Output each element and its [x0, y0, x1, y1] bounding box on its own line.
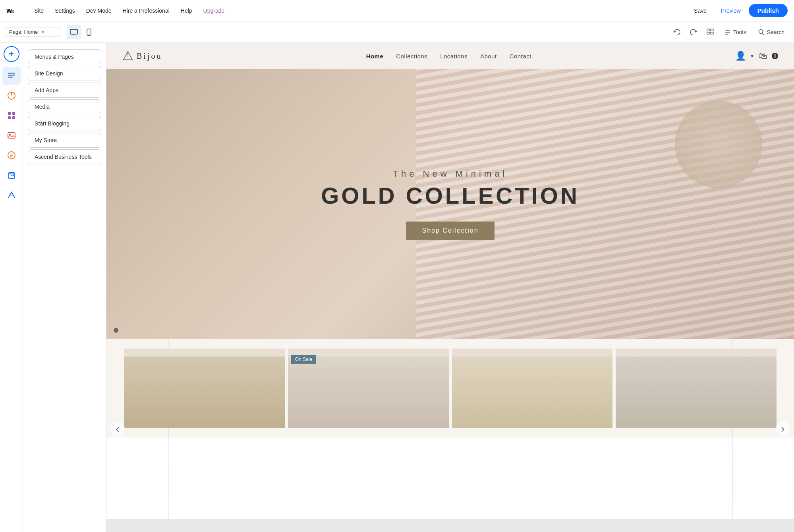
nav-help[interactable]: Help — [175, 0, 198, 21]
svg-line-15 — [762, 33, 764, 35]
svg-rect-2 — [70, 29, 77, 34]
wix-logo: W ix — [6, 3, 22, 19]
sidebar-icon-store[interactable] — [2, 166, 21, 184]
user-icon[interactable]: 👤 — [735, 51, 746, 61]
device-toggle — [67, 25, 96, 39]
svg-rect-10 — [711, 32, 713, 34]
product-strip: On Sale — [106, 339, 794, 438]
nav-contact[interactable]: Contact — [510, 53, 531, 60]
sidebar-icon-media[interactable] — [2, 126, 21, 145]
sidebar-icon-apps[interactable] — [2, 106, 21, 125]
search-icon — [758, 29, 765, 35]
svg-point-31 — [10, 193, 13, 197]
publish-button[interactable]: Publish — [749, 4, 788, 17]
add-apps-button[interactable]: Add Apps — [28, 83, 101, 98]
sidebar-icon-ascend[interactable] — [2, 186, 21, 204]
svg-rect-12 — [725, 32, 730, 33]
add-button[interactable]: + — [4, 46, 19, 62]
media-button[interactable]: Media — [28, 99, 101, 114]
desktop-device-btn[interactable] — [67, 25, 81, 39]
sidebar-icon-design[interactable] — [2, 87, 21, 105]
svg-rect-9 — [707, 32, 710, 34]
product-image-4 — [616, 357, 777, 428]
site-nav-right: 👤 ▾ 🛍 0 — [735, 51, 778, 61]
nav-locations[interactable]: Locations — [440, 53, 468, 60]
tools-button[interactable]: Tools — [720, 27, 751, 38]
product-card-4[interactable] — [616, 349, 777, 428]
logo-triangle-icon — [122, 50, 133, 62]
svg-text:ix: ix — [11, 8, 14, 13]
site-nav: Home Collections Locations About Contact — [366, 53, 531, 60]
undo-button[interactable] — [670, 25, 684, 39]
product-image-2 — [288, 357, 449, 428]
svg-rect-18 — [8, 77, 13, 78]
dropdown-icon[interactable]: ▾ — [751, 53, 753, 59]
product-card-2[interactable]: On Sale — [288, 349, 449, 428]
next-arrow[interactable]: › — [776, 422, 790, 436]
svg-rect-21 — [12, 112, 15, 115]
product-card-3[interactable] — [452, 349, 613, 428]
second-bar-right: Tools Search — [670, 25, 789, 39]
svg-rect-17 — [8, 75, 15, 76]
tools-label: Tools — [733, 29, 746, 35]
nav-devmode[interactable]: Dev Mode — [81, 0, 117, 21]
svg-rect-13 — [725, 34, 728, 35]
hero-subtitle: The New Minimal — [321, 169, 580, 179]
mobile-device-btn[interactable] — [82, 25, 96, 39]
nav-about[interactable]: About — [480, 53, 497, 60]
hero-banner: The New Minimal GOLD COLLECTION Shop Col… — [106, 69, 794, 339]
search-button[interactable]: Search — [753, 27, 789, 38]
search-label: Search — [767, 29, 784, 35]
svg-rect-11 — [725, 30, 730, 31]
second-bar: Page: Home ▾ Tools Search — [0, 21, 794, 43]
sidebar-icon-blog[interactable] — [2, 146, 21, 164]
left-sidebar: + — [0, 43, 23, 532]
page-label: Page: Home — [9, 29, 38, 35]
ascend-tools-button[interactable]: Ascend Business Tools — [28, 149, 101, 164]
cart-icon[interactable]: 🛍 — [758, 51, 767, 61]
nav-collections[interactable]: Collections — [396, 53, 427, 60]
svg-point-6 — [89, 34, 89, 35]
svg-rect-23 — [12, 116, 15, 119]
top-bar: W ix Site Settings Dev Mode Hire a Profe… — [0, 0, 794, 21]
svg-rect-22 — [8, 116, 11, 119]
menus-pages-button[interactable]: Menus & Pages — [28, 49, 101, 64]
page-selector[interactable]: Page: Home ▾ — [5, 27, 60, 37]
start-blogging-button[interactable]: Start Blogging — [28, 116, 101, 131]
dot-indicator — [114, 328, 118, 333]
svg-rect-16 — [8, 73, 15, 74]
hero-content: The New Minimal GOLD COLLECTION Shop Col… — [321, 169, 580, 240]
nav-settings[interactable]: Settings — [49, 0, 81, 21]
svg-rect-8 — [711, 29, 713, 31]
chevron-down-icon: ▾ — [42, 29, 44, 35]
nav-hire[interactable]: Hire a Professional — [117, 0, 175, 21]
svg-rect-7 — [707, 29, 710, 31]
save-button[interactable]: Save — [688, 5, 713, 16]
my-store-button[interactable]: My Store — [28, 133, 101, 148]
zoom-button[interactable] — [703, 25, 717, 39]
nav-home[interactable]: Home — [366, 53, 384, 60]
svg-rect-24 — [8, 133, 15, 138]
prev-arrow[interactable]: ‹ — [110, 422, 125, 436]
site-logo: Bijou — [122, 50, 162, 62]
shop-collection-button[interactable]: Shop Collection — [406, 222, 494, 240]
nav-upgrade[interactable]: Upgrade — [198, 0, 230, 21]
cart-count: 0 — [772, 53, 778, 59]
site-design-button[interactable]: Site Design — [28, 66, 101, 81]
nav-site[interactable]: Site — [29, 0, 49, 21]
product-image-3 — [452, 357, 613, 428]
logo-text: Bijou — [137, 52, 162, 61]
product-card-1[interactable] — [124, 349, 285, 428]
site-header: Bijou Home Collections Locations About C… — [106, 43, 794, 69]
product-image-1 — [124, 357, 285, 428]
redo-button[interactable] — [686, 25, 701, 39]
site-preview: Bijou Home Collections Locations About C… — [106, 43, 794, 519]
quick-panel: Menus & Pages Site Design Add Apps Media… — [23, 43, 106, 532]
hero-title: GOLD COLLECTION — [321, 182, 580, 209]
tools-icon — [724, 29, 731, 35]
svg-rect-20 — [8, 112, 11, 115]
sidebar-icon-pages[interactable] — [2, 67, 21, 85]
on-sale-badge: On Sale — [291, 355, 316, 364]
preview-button[interactable]: Preview — [715, 5, 747, 16]
canvas-area: Bijou Home Collections Locations About C… — [106, 43, 794, 532]
